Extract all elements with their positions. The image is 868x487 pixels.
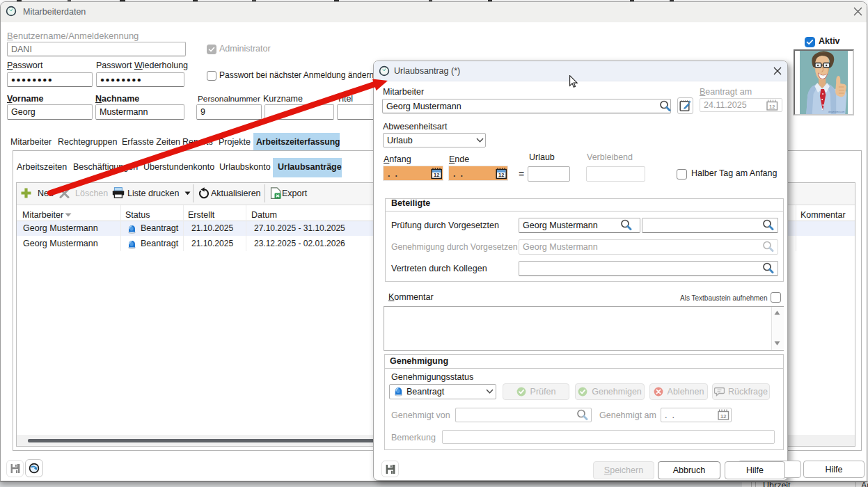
svg-text:12: 12 <box>769 104 775 110</box>
svg-text:12: 12 <box>498 172 504 178</box>
svg-text:dreamstime.com: dreamstime.com <box>828 111 845 113</box>
svg-text:12: 12 <box>434 172 439 178</box>
svg-text:12: 12 <box>720 413 726 420</box>
